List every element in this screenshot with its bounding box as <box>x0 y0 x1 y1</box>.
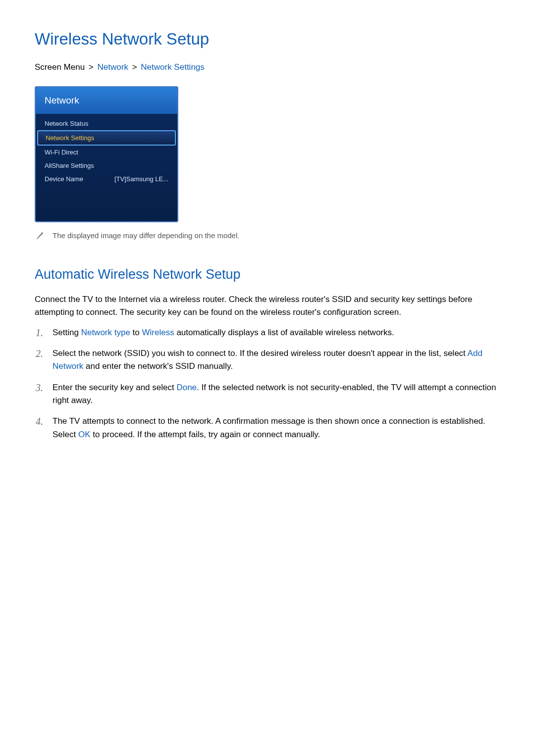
step-4: The TV attempts to connect to the networ… <box>35 415 500 441</box>
menu-item-value: [TV]Samsung LE... <box>114 175 168 183</box>
highlight-wireless: Wireless <box>142 328 174 337</box>
menu-item-label: Network Status <box>45 120 88 127</box>
step-3: Enter the security key and select Done. … <box>35 381 500 407</box>
breadcrumb: Screen Menu > Network > Network Settings <box>35 62 500 72</box>
step-text: to proceed. If the attempt fails, try ag… <box>91 430 321 439</box>
breadcrumb-part-2: Network Settings <box>141 62 205 72</box>
section-heading: Automatic Wireless Network Setup <box>35 267 500 282</box>
menu-item-label: AllShare Settings <box>45 162 94 169</box>
menu-item-label: Network Settings <box>46 134 94 142</box>
step-text: and enter the network's SSID manually. <box>83 361 233 371</box>
highlight-done: Done <box>176 383 197 392</box>
pencil-icon <box>37 232 44 239</box>
section-intro: Connect the TV to the Internet via a wir… <box>35 293 500 319</box>
network-menu-panel: Network Network Status Network Settings … <box>35 86 178 222</box>
chevron-right-icon: > <box>132 62 137 72</box>
breadcrumb-part-1: Network <box>98 62 128 72</box>
steps-list: Setting Network type to Wireless automat… <box>35 326 500 441</box>
step-text: automatically displays a list of availab… <box>174 328 394 337</box>
menu-item-label: Device Name <box>45 175 83 183</box>
note-text: The displayed image may differ depending… <box>53 231 239 240</box>
step-1: Setting Network type to Wireless automat… <box>35 326 500 339</box>
highlight-network-type: Network type <box>81 328 130 337</box>
menu-item-network-status[interactable]: Network Status <box>37 117 176 130</box>
page-title: Wireless Network Setup <box>35 30 500 49</box>
chevron-right-icon: > <box>89 62 94 72</box>
menu-item-device-name[interactable]: Device Name [TV]Samsung LE... <box>37 172 176 186</box>
step-2: Select the network (SSID) you wish to co… <box>35 347 500 373</box>
menu-item-network-settings[interactable]: Network Settings <box>37 130 176 146</box>
menu-header: Network <box>36 87 177 114</box>
step-text: Select the network (SSID) you wish to co… <box>53 349 468 358</box>
menu-item-wifi-direct[interactable]: Wi-Fi Direct <box>37 146 176 159</box>
breadcrumb-prefix: Screen Menu <box>35 62 85 72</box>
step-text: Enter the security key and select <box>53 383 176 392</box>
menu-body: Network Status Network Settings Wi-Fi Di… <box>36 114 177 221</box>
highlight-ok: OK <box>78 430 91 439</box>
menu-item-label: Wi-Fi Direct <box>45 149 78 156</box>
note-row: The displayed image may differ depending… <box>35 231 500 240</box>
step-text: Setting <box>53 328 81 337</box>
step-text: to <box>130 328 142 337</box>
menu-item-allshare-settings[interactable]: AllShare Settings <box>37 159 176 172</box>
